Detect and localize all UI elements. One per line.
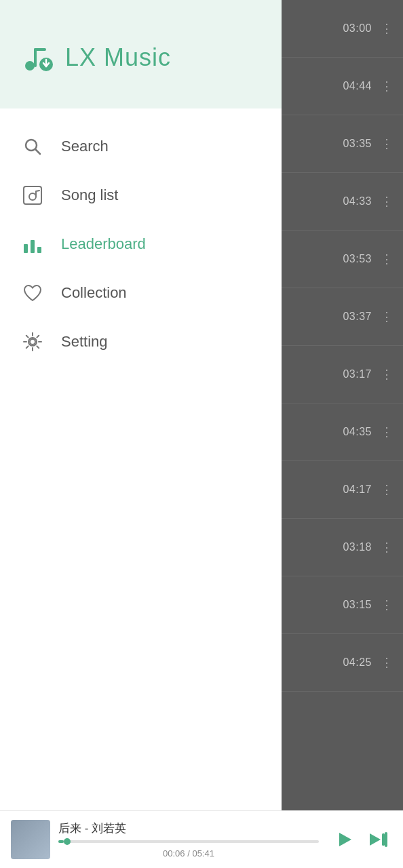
song-duration: 03:17 xyxy=(343,368,372,380)
svg-point-8 xyxy=(29,193,36,200)
sidebar-item-label-leaderboard: Leaderboard xyxy=(61,235,146,253)
progress-bar-background xyxy=(58,840,319,843)
song-row: 04:25 ⋮ xyxy=(282,634,403,692)
song-row: 03:18 ⋮ xyxy=(282,519,403,576)
skip-forward-button[interactable] xyxy=(365,826,392,853)
sidebar-item-setting[interactable]: Setting xyxy=(0,317,282,366)
song-list-panel: 03:00 ⋮ 04:44 ⋮ 03:35 ⋮ 04:33 ⋮ 03:53 ⋮ … xyxy=(282,0,403,810)
player-bar: 后来 - 刘若英 00:06 / 05:41 xyxy=(0,810,403,868)
more-options-icon[interactable]: ⋮ xyxy=(379,136,395,151)
sidebar-item-songlist[interactable]: Song list xyxy=(0,171,282,220)
song-duration: 03:15 xyxy=(343,599,372,611)
song-duration: 04:35 xyxy=(343,426,372,438)
song-row: 03:15 ⋮ xyxy=(282,576,403,634)
song-info: 后来 - 刘若英 00:06 / 05:41 xyxy=(58,821,319,859)
sidebar-item-label-collection: Collection xyxy=(61,284,127,302)
song-duration: 04:17 xyxy=(343,484,372,496)
svg-point-0 xyxy=(25,61,35,71)
svg-point-12 xyxy=(30,339,35,344)
songlist-icon xyxy=(20,183,45,208)
progress-bar-fill xyxy=(58,840,64,843)
song-duration: 03:53 xyxy=(343,253,372,265)
svg-rect-10 xyxy=(31,240,35,253)
sidebar-item-label-setting: Setting xyxy=(61,333,108,351)
svg-rect-9 xyxy=(24,244,28,253)
song-duration: 04:33 xyxy=(343,195,372,208)
svg-rect-2 xyxy=(34,48,46,51)
progress-dot xyxy=(64,838,71,845)
song-row: 03:00 ⋮ xyxy=(282,0,403,58)
song-row: 03:35 ⋮ xyxy=(282,115,403,173)
more-options-icon[interactable]: ⋮ xyxy=(379,21,395,36)
svg-rect-7 xyxy=(24,186,41,204)
song-row: 04:44 ⋮ xyxy=(282,58,403,115)
song-duration: 03:00 xyxy=(343,22,372,35)
more-options-icon[interactable]: ⋮ xyxy=(379,79,395,94)
play-button[interactable] xyxy=(327,823,360,856)
more-options-icon[interactable]: ⋮ xyxy=(379,482,395,497)
svg-rect-1 xyxy=(34,48,37,67)
more-options-icon[interactable]: ⋮ xyxy=(379,194,395,209)
song-row: 04:33 ⋮ xyxy=(282,173,403,231)
song-duration: 03:18 xyxy=(343,541,372,553)
sidebar-item-search[interactable]: Search xyxy=(0,122,282,171)
setting-icon xyxy=(20,330,45,354)
more-options-icon[interactable]: ⋮ xyxy=(379,309,395,324)
search-icon xyxy=(20,134,45,159)
svg-line-6 xyxy=(35,149,40,154)
app-logo-icon xyxy=(20,40,56,75)
sidebar-header: LX Music xyxy=(0,0,282,108)
song-duration: 03:35 xyxy=(343,138,372,150)
song-row: 04:35 ⋮ xyxy=(282,403,403,461)
more-options-icon[interactable]: ⋮ xyxy=(379,597,395,612)
sidebar-item-label-search: Search xyxy=(61,138,109,155)
album-art xyxy=(11,820,50,859)
svg-rect-14 xyxy=(382,833,385,846)
more-options-icon[interactable]: ⋮ xyxy=(379,655,395,670)
time-display: 00:06 / 05:41 xyxy=(58,848,319,859)
leaderboard-icon xyxy=(20,232,45,256)
svg-rect-11 xyxy=(37,247,41,253)
song-row: 03:37 ⋮ xyxy=(282,288,403,346)
more-options-icon[interactable]: ⋮ xyxy=(379,540,395,555)
song-duration: 04:44 xyxy=(343,80,372,92)
collection-icon xyxy=(20,281,45,305)
more-options-icon[interactable]: ⋮ xyxy=(379,367,395,382)
song-duration: 03:37 xyxy=(343,311,372,323)
song-title: 后来 - 刘若英 xyxy=(58,821,319,836)
sidebar-item-collection[interactable]: Collection xyxy=(0,269,282,317)
song-row: 04:17 ⋮ xyxy=(282,461,403,519)
progress-bar[interactable] xyxy=(58,840,319,843)
app-title: LX Music xyxy=(65,43,171,72)
more-options-icon[interactable]: ⋮ xyxy=(379,252,395,267)
player-controls xyxy=(327,823,392,856)
song-row: 03:53 ⋮ xyxy=(282,231,403,288)
sidebar: LX Music Search Song list xyxy=(0,0,282,868)
sidebar-item-label-songlist: Song list xyxy=(61,186,118,204)
more-options-icon[interactable]: ⋮ xyxy=(379,425,395,439)
song-row: 03:17 ⋮ xyxy=(282,346,403,403)
album-art-image xyxy=(11,820,50,859)
sidebar-nav: Search Song list Leaderboa xyxy=(0,108,282,816)
song-duration: 04:25 xyxy=(343,656,372,669)
sidebar-item-leaderboard[interactable]: Leaderboard xyxy=(0,220,282,269)
